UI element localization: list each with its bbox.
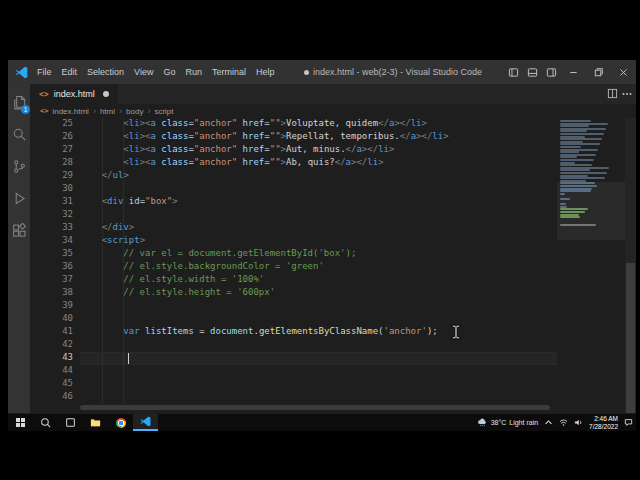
code-line-28[interactable]: <li><a class="anchor" href="">Ab, quis?<… bbox=[80, 157, 557, 170]
code-line-40[interactable] bbox=[80, 313, 557, 326]
menu-run[interactable]: Run bbox=[180, 67, 207, 77]
taskbar-clock[interactable]: 2:46 AM 7/28/2022 bbox=[589, 415, 618, 431]
menu-selection[interactable]: Selection bbox=[82, 67, 129, 77]
taskbar-file-explorer-icon[interactable] bbox=[83, 414, 108, 431]
breadcrumb-item-body[interactable]: body bbox=[126, 107, 143, 116]
line-number-31[interactable]: 31 bbox=[30, 196, 76, 209]
menu-view[interactable]: View bbox=[129, 67, 158, 77]
tab-index-html[interactable]: <> index.html bbox=[30, 84, 119, 104]
taskbar-task-view-icon[interactable] bbox=[58, 414, 83, 431]
line-number-42[interactable]: 42 bbox=[30, 339, 76, 352]
menu-terminal[interactable]: Terminal bbox=[207, 67, 251, 77]
more-actions-icon[interactable] bbox=[626, 93, 628, 95]
code-line-27[interactable]: <li><a class="anchor" href="">Aut, minus… bbox=[80, 144, 557, 157]
line-number-44[interactable]: 44 bbox=[30, 365, 76, 378]
breadcrumb-item-index-html[interactable]: index.html bbox=[52, 107, 88, 116]
code-line-42[interactable] bbox=[80, 339, 557, 352]
line-number-28[interactable]: 28 bbox=[30, 157, 76, 170]
code-line-45[interactable] bbox=[80, 378, 557, 391]
code-line-37[interactable]: // el.style.width = '100%' bbox=[80, 274, 557, 287]
code-line-29[interactable]: </ul> bbox=[80, 170, 557, 183]
code-line-30[interactable] bbox=[80, 183, 557, 196]
taskbar-weather-widget[interactable]: 38°C Light rain bbox=[477, 418, 538, 427]
code-line-41[interactable]: var listItems = document.getElementsByCl… bbox=[80, 326, 557, 339]
activity-source-control-icon[interactable] bbox=[8, 150, 30, 182]
letterboxed-frame: { "colors": { "accent_blue": "#007acc", … bbox=[0, 0, 640, 480]
menu-go[interactable]: Go bbox=[158, 67, 180, 77]
code-line-44[interactable] bbox=[80, 365, 557, 378]
line-number-36[interactable]: 36 bbox=[30, 261, 76, 274]
activity-run-and-debug-icon[interactable] bbox=[8, 182, 30, 214]
title-bar: FileEditSelectionViewGoRunTerminalHelp i… bbox=[8, 60, 636, 84]
code-line-25[interactable]: <li><a class="anchor" href="">Voluptate,… bbox=[80, 118, 557, 131]
minimap-line bbox=[560, 172, 607, 174]
line-number-26[interactable]: 26 bbox=[30, 131, 76, 144]
code-line-46[interactable] bbox=[80, 391, 557, 404]
code-pane[interactable]: <li><a class="anchor" href="">Voluptate,… bbox=[76, 118, 557, 413]
code-line-26[interactable]: <li><a class="anchor" href="">Repellat, … bbox=[80, 131, 557, 144]
line-number-45[interactable]: 45 bbox=[30, 378, 76, 391]
line-number-41[interactable]: 41 bbox=[30, 326, 76, 339]
code-line-38[interactable]: // el.style.height = '600px' bbox=[80, 287, 557, 300]
line-number-46[interactable]: 46 bbox=[30, 391, 76, 404]
taskbar-start-icon[interactable] bbox=[8, 414, 33, 431]
tab-label: index.html bbox=[54, 89, 95, 99]
vertical-scrollbar-thumb[interactable] bbox=[626, 263, 635, 413]
activity-explorer-icon[interactable]: 1 bbox=[8, 86, 30, 118]
activity-extensions-icon[interactable] bbox=[8, 214, 30, 246]
toggle-sidebar-icon[interactable] bbox=[504, 60, 523, 84]
volume-icon[interactable] bbox=[574, 418, 583, 427]
line-number-38[interactable]: 38 bbox=[30, 287, 76, 300]
split-editor-icon[interactable] bbox=[607, 85, 618, 103]
code-line-43[interactable] bbox=[80, 352, 557, 365]
menu-help[interactable]: Help bbox=[251, 67, 280, 77]
line-number-34[interactable]: 34 bbox=[30, 235, 76, 248]
line-number-29[interactable]: 29 bbox=[30, 170, 76, 183]
toggle-secondary-sidebar-icon[interactable] bbox=[542, 60, 561, 84]
minimap-line bbox=[560, 151, 579, 153]
restore-button[interactable] bbox=[586, 60, 611, 84]
menu-file[interactable]: File bbox=[32, 67, 57, 77]
code-line-36[interactable]: // el.style.backgroundColor = 'green' bbox=[80, 261, 557, 274]
minimize-button[interactable] bbox=[561, 60, 586, 84]
breadcrumb-item-script[interactable]: script bbox=[154, 107, 173, 116]
breadcrumb-file-icon: <> bbox=[40, 107, 48, 115]
minimap-slider[interactable] bbox=[557, 182, 625, 239]
horizontal-scrollbar[interactable] bbox=[80, 405, 550, 410]
line-number-40[interactable]: 40 bbox=[30, 313, 76, 326]
breadcrumb-item-html[interactable]: html bbox=[100, 107, 115, 116]
line-number-35[interactable]: 35 bbox=[30, 248, 76, 261]
tray-chevron-up-icon[interactable] bbox=[544, 418, 553, 427]
code-line-31[interactable]: <div id="box"> bbox=[80, 196, 557, 209]
tab-modified-dot-icon[interactable] bbox=[103, 91, 109, 97]
line-number-43[interactable]: 43 bbox=[30, 352, 76, 365]
line-number-33[interactable]: 33 bbox=[30, 222, 76, 235]
breadcrumb-separator-icon: › bbox=[147, 107, 150, 115]
close-button[interactable] bbox=[611, 60, 636, 84]
system-tray: 38°C Light rain 2:46 AM 7/28/2022 bbox=[477, 415, 636, 431]
network-icon[interactable] bbox=[559, 418, 568, 427]
toggle-panel-icon[interactable] bbox=[523, 60, 542, 84]
line-number-39[interactable]: 39 bbox=[30, 300, 76, 313]
notification-center-icon[interactable] bbox=[624, 418, 633, 427]
weather-condition: Light rain bbox=[509, 419, 538, 426]
line-number-30[interactable]: 30 bbox=[30, 183, 76, 196]
activity-search-icon[interactable] bbox=[8, 118, 30, 150]
menu-edit[interactable]: Edit bbox=[57, 67, 83, 77]
line-number-27[interactable]: 27 bbox=[30, 144, 76, 157]
code-editor[interactable]: 2526272829303132333435363738394041424344… bbox=[30, 118, 636, 413]
line-number-32[interactable]: 32 bbox=[30, 209, 76, 222]
minimap[interactable] bbox=[557, 118, 625, 413]
code-line-33[interactable]: </div> bbox=[80, 222, 557, 235]
vertical-scrollbar[interactable] bbox=[625, 118, 636, 413]
code-line-34[interactable]: <script> bbox=[80, 235, 557, 248]
line-number-25[interactable]: 25 bbox=[30, 118, 76, 131]
taskbar-search-icon[interactable] bbox=[33, 414, 58, 431]
line-number-37[interactable]: 37 bbox=[30, 274, 76, 287]
taskbar-vscode-icon[interactable] bbox=[133, 414, 158, 431]
code-line-39[interactable] bbox=[80, 300, 557, 313]
code-line-32[interactable] bbox=[80, 209, 557, 222]
taskbar-chrome-icon[interactable] bbox=[108, 414, 133, 431]
code-line-35[interactable]: // var el = document.getElementById('box… bbox=[80, 248, 557, 261]
breadcrumb-separator-icon: › bbox=[93, 107, 96, 115]
